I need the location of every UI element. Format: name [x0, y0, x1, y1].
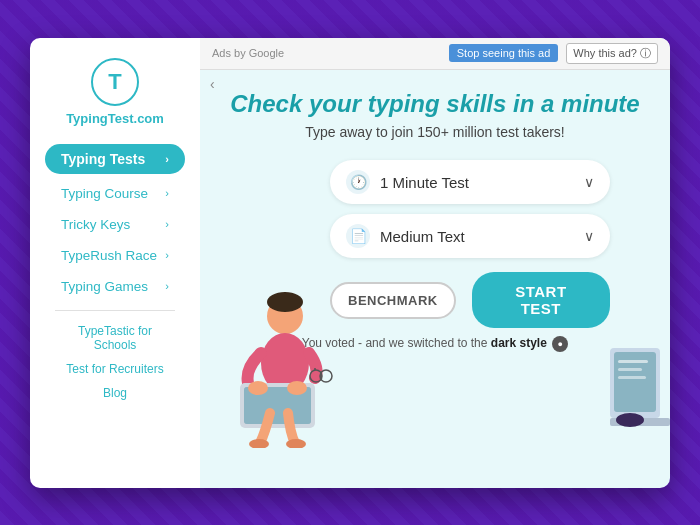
sidebar-item-label: Typing Course: [61, 186, 148, 201]
sidebar-item-typetastic[interactable]: TypeTastic for Schools: [45, 319, 185, 357]
chevron-right-icon: ›: [165, 249, 169, 261]
action-buttons: BENCHMARK START TEST: [330, 272, 610, 328]
sidebar-item-recruiters[interactable]: Test for Recruiters: [45, 357, 185, 381]
sidebar-item-blog[interactable]: Blog: [45, 381, 185, 405]
logo-area: T TypingTest.com: [66, 58, 164, 126]
dark-mode-icon[interactable]: ●: [552, 336, 568, 352]
svg-point-20: [616, 413, 644, 427]
main-container: T TypingTest.com Typing Tests › Typing C…: [30, 38, 670, 488]
hero-section: Check your typing skills in a minute Typ…: [200, 70, 670, 488]
clock-icon: 🕐: [346, 170, 370, 194]
sidebar-item-label: TypeRush Race: [61, 248, 157, 263]
document-icon: 📄: [346, 224, 370, 248]
svg-rect-19: [618, 376, 646, 379]
benchmark-button[interactable]: BENCHMARK: [330, 282, 456, 319]
svg-point-1: [267, 292, 303, 312]
sidebar-item-tricky-keys[interactable]: Tricky Keys ›: [45, 209, 185, 240]
svg-rect-17: [618, 360, 648, 363]
ad-label: Ads by Google: [212, 47, 284, 59]
dropdown-duration-label: 1 Minute Test: [380, 174, 574, 191]
logo-text: TypingTest.com: [66, 111, 164, 126]
sidebar-item-label: Tricky Keys: [61, 217, 130, 232]
chevron-right-icon: ›: [165, 187, 169, 199]
svg-point-7: [287, 381, 307, 395]
svg-point-6: [248, 381, 268, 395]
duration-dropdown[interactable]: 🕐 1 Minute Test ∨: [330, 160, 610, 204]
dark-notice-bold: dark style: [491, 336, 547, 350]
chevron-right-icon: ›: [165, 280, 169, 292]
chevron-down-icon: ∨: [584, 228, 594, 244]
sidebar-item-typing-tests[interactable]: Typing Tests ›: [45, 144, 185, 174]
laptop-partial-illustration: [610, 338, 670, 438]
ad-bar: Ads by Google Stop seeing this ad Why th…: [200, 38, 670, 70]
sidebar: T TypingTest.com Typing Tests › Typing C…: [30, 38, 200, 488]
chevron-right-icon: ›: [165, 218, 169, 230]
logo-circle: T: [91, 58, 139, 106]
stop-seeing-ad-button[interactable]: Stop seeing this ad: [449, 44, 559, 62]
start-test-button[interactable]: START TEST: [472, 272, 610, 328]
person-illustration: [210, 288, 340, 448]
chevron-down-icon: ∨: [584, 174, 594, 190]
sidebar-item-label: Typing Games: [61, 279, 148, 294]
sidebar-item-typing-course[interactable]: Typing Course ›: [45, 178, 185, 209]
dropdown-text-label: Medium Text: [380, 228, 574, 245]
content-area: Ads by Google Stop seeing this ad Why th…: [200, 38, 670, 488]
logo-letter: T: [108, 69, 121, 95]
sidebar-divider: [55, 310, 175, 311]
sidebar-item-typing-games[interactable]: Typing Games ›: [45, 271, 185, 302]
hero-title: Check your typing skills in a minute: [230, 90, 639, 119]
text-type-dropdown[interactable]: 📄 Medium Text ∨: [330, 214, 610, 258]
sidebar-item-label: Typing Tests: [61, 151, 145, 167]
hero-subtitle: Type away to join 150+ million test take…: [305, 124, 565, 140]
sidebar-item-typerush-race[interactable]: TypeRush Race ›: [45, 240, 185, 271]
chevron-right-icon: ›: [165, 153, 169, 165]
why-this-ad-button[interactable]: Why this ad? ⓘ: [566, 43, 658, 64]
svg-rect-18: [618, 368, 642, 371]
